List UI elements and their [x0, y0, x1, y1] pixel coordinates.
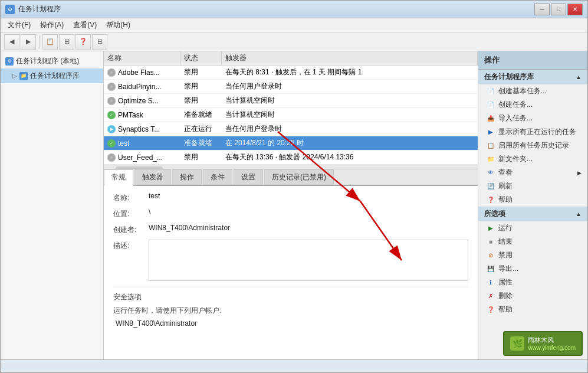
action-icon-0: 📄: [487, 87, 495, 96]
task-row[interactable]: ✓ test 准备就绪 在 2014/8/21 的 20:25 时: [104, 136, 478, 150]
minimize-button[interactable]: ─: [534, 4, 550, 15]
status-bar: [1, 359, 587, 372]
menu-view[interactable]: 查看(V): [68, 19, 101, 31]
app-icon: ⚙: [5, 5, 15, 14]
task-row[interactable]: ✓ PMTask 准备就绪 当计算机空闲时: [104, 108, 478, 122]
task-status-icon: ○: [107, 97, 116, 105]
security-section-title: 安全选项: [113, 292, 468, 302]
col-header-name[interactable]: 名称: [104, 51, 180, 65]
right-sections: 任务计划程序库▲ 📄 创建基本任务... 📄 创建任务... 📥 导入任务...…: [478, 70, 587, 316]
action-item-1-3[interactable]: 💾 导出...: [478, 262, 587, 276]
delete-button-tb[interactable]: ⊟: [92, 34, 107, 50]
action-item-1-0[interactable]: ▶ 运行: [478, 221, 587, 235]
action-item-0-8[interactable]: ❓ 帮助: [478, 193, 587, 207]
task-name: Synaptics T...: [118, 125, 160, 133]
action-icon-5: ✗: [487, 292, 495, 300]
task-trigger: 在每天的 13:36 · 触发器 2024/6/14 13:36: [222, 150, 478, 164]
action-item-0-3[interactable]: ▶ 显示所有正在运行的任务: [478, 125, 587, 139]
action-item-1-1[interactable]: ■ 结束: [478, 235, 587, 248]
col-header-trigger[interactable]: 触发器: [222, 51, 478, 65]
action-icon-8: ❓: [487, 196, 495, 204]
main-content: ⚙ 任务计划程序 (本地) ▷ 📁 任务计划程序库 名称 状态 触发器 ○: [1, 51, 587, 359]
action-icon-5: 📁: [487, 155, 495, 163]
action-item-0-5[interactable]: 📁 新文件夹...: [478, 152, 587, 166]
task-row[interactable]: ○ Adobe Flas... 禁用 在每天的 8:31 · 触发后，在 1 天…: [104, 66, 478, 80]
tab-triggers[interactable]: 触发器: [134, 169, 171, 185]
section-title-0[interactable]: 任务计划程序库▲: [478, 70, 587, 84]
task-name: Optimize S...: [118, 97, 159, 105]
task-rows-container: ○ Adobe Flas... 禁用 在每天的 8:31 · 触发后，在 1 天…: [104, 66, 478, 165]
tab-history[interactable]: 历史记录(已禁用): [264, 169, 334, 185]
tab-general[interactable]: 常规: [104, 169, 133, 186]
task-trigger: 当任何用户登录时: [222, 80, 478, 93]
action-icon-1: 📄: [487, 101, 495, 109]
watermark-brand: 雨林木风: [528, 336, 576, 345]
action-icon-6: ❓: [487, 306, 495, 314]
menu-action[interactable]: 操作(A): [35, 19, 68, 31]
task-row[interactable]: ○ User_Feed_... 禁用 在每天的 13:36 · 触发器 2024…: [104, 150, 478, 165]
creator-value: WIN8_T400\Administrator: [149, 224, 468, 232]
section-title-1[interactable]: 所选项▲: [478, 207, 587, 221]
action-item-0-2[interactable]: 📥 导入任务...: [478, 112, 587, 125]
close-button[interactable]: ✕: [567, 4, 583, 15]
action-label: 查看: [498, 168, 513, 178]
tree-item-local-label: 任务计划程序 (本地): [16, 56, 79, 66]
action-item-0-0[interactable]: 📄 创建基本任务...: [478, 84, 587, 98]
horizontal-scrollbar[interactable]: [104, 165, 478, 169]
task-trigger: 当计算机空闲时: [222, 108, 478, 122]
tab-conditions[interactable]: 条件: [203, 169, 232, 185]
action-item-0-4[interactable]: 📋 启用所有任务历史记录: [478, 139, 587, 152]
tree-expand-arrow: ▷: [12, 73, 17, 79]
new-task-button[interactable]: 📋: [42, 34, 58, 50]
menu-file[interactable]: 文件(F): [3, 19, 35, 31]
tree-item-library[interactable]: ▷ 📁 任务计划程序库: [1, 68, 103, 83]
task-status: 禁用: [180, 150, 222, 164]
task-scheduler-icon: ⚙: [5, 57, 14, 66]
action-item-1-2[interactable]: ⊘ 禁用: [478, 248, 587, 262]
detail-location-row: 位置: \: [113, 208, 468, 219]
tab-settings[interactable]: 设置: [234, 169, 263, 185]
right-panel: 操作 任务计划程序库▲ 📄 创建基本任务... 📄 创建任务... 📥 导入任务…: [478, 51, 587, 359]
action-item-1-6[interactable]: ❓ 帮助: [478, 303, 587, 316]
action-label: 禁用: [498, 250, 513, 260]
task-status: 禁用: [180, 94, 222, 107]
menu-help[interactable]: 帮助(H): [101, 19, 135, 31]
task-name: PMTask: [118, 111, 143, 119]
action-label: 创建任务...: [498, 100, 533, 110]
maximize-button[interactable]: □: [551, 4, 566, 15]
action-item-0-1[interactable]: 📄 创建任务...: [478, 98, 587, 112]
location-label: 位置:: [113, 208, 149, 219]
action-icon-4: ℹ: [487, 279, 495, 287]
properties-button[interactable]: ⊞: [59, 34, 74, 50]
back-button[interactable]: ◀: [4, 34, 19, 50]
action-label: 运行: [498, 223, 513, 233]
creator-label: 创建者:: [113, 224, 149, 235]
action-label: 显示所有正在运行的任务: [498, 127, 576, 137]
action-item-0-6[interactable]: 👁 查看 ▶: [478, 166, 587, 179]
action-label: 结束: [498, 237, 513, 247]
task-list-header: 名称 状态 触发器: [104, 51, 478, 66]
task-row[interactable]: ○ BaiduPinyin... 禁用 当任何用户登录时: [104, 80, 478, 94]
task-status: 禁用: [180, 66, 222, 79]
col-header-status[interactable]: 状态: [180, 51, 222, 65]
action-label: 启用所有任务历史记录: [498, 140, 569, 150]
task-row[interactable]: ▶ Synaptics T... 正在运行 当任何用户登录时: [104, 122, 478, 136]
task-row[interactable]: ○ Optimize S... 禁用 当计算机空闲时: [104, 94, 478, 108]
task-trigger: 当任何用户登录时: [222, 122, 478, 136]
watermark-url: www.ylmfeng.com: [528, 345, 576, 351]
tab-actions[interactable]: 操作: [172, 169, 202, 185]
toolbar-separator-1: [39, 35, 40, 48]
task-status-icon: ○: [107, 153, 116, 162]
action-item-0-7[interactable]: 🔄 刷新: [478, 179, 587, 193]
detail-tabs: 常规 触发器 操作 条件 设置 历史记录(已禁用): [104, 169, 478, 186]
action-item-1-4[interactable]: ℹ 属性: [478, 276, 587, 289]
action-item-1-5[interactable]: ✗ 删除: [478, 289, 587, 303]
forward-button[interactable]: ▶: [21, 34, 36, 50]
action-icon-1: ■: [487, 238, 495, 246]
tree-item-local[interactable]: ⚙ 任务计划程序 (本地): [1, 54, 103, 68]
task-status: 禁用: [180, 80, 222, 93]
help-button-tb[interactable]: ❓: [75, 34, 91, 50]
action-label: 帮助: [498, 195, 513, 205]
action-label: 帮助: [498, 305, 513, 315]
description-textarea[interactable]: [149, 240, 468, 281]
